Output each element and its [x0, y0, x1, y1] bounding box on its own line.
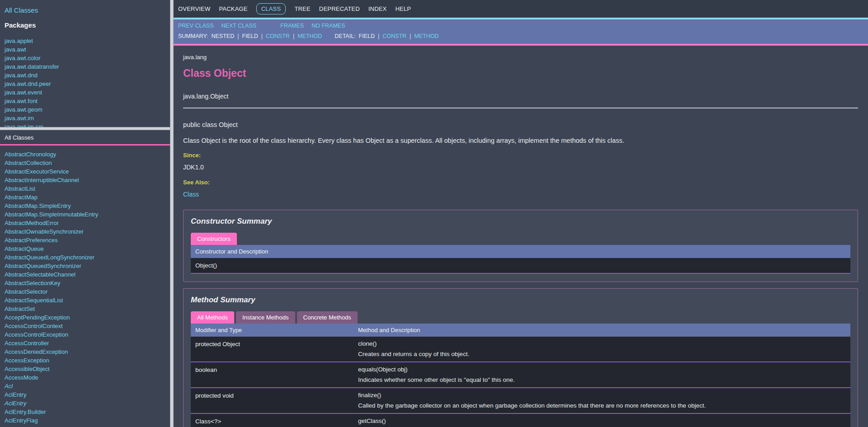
- subnav-frames[interactable]: FRAMES: [280, 23, 304, 29]
- qualified-class-name: java.lang.Object: [183, 93, 858, 100]
- package-link[interactable]: java.awt.event: [5, 89, 42, 96]
- package-link[interactable]: java.applet: [5, 38, 33, 44]
- class-link[interactable]: AccessibleObject: [5, 366, 50, 372]
- package-link[interactable]: java.awt: [5, 46, 26, 53]
- subnav-link-method[interactable]: METHOD: [414, 33, 439, 39]
- frame-divider-horizontal[interactable]: [0, 127, 170, 130]
- subnav-text-field: FIELD: [359, 33, 375, 39]
- tab-instance-methods[interactable]: Instance Methods: [236, 311, 295, 324]
- tab-concrete-methods[interactable]: Concrete Methods: [297, 311, 358, 324]
- class-link[interactable]: AbstractSequentialList: [5, 297, 63, 304]
- class-description: Class Object is the root of the class hi…: [183, 137, 858, 144]
- class-list-item: AbstractQueuedLongSynchronizer: [5, 253, 165, 262]
- class-link[interactable]: AbstractSelectionKey: [5, 280, 61, 286]
- since-label: Since:: [183, 152, 858, 159]
- package-link[interactable]: java.awt.datatransfer: [5, 63, 59, 70]
- member-link[interactable]: Class: [195, 418, 211, 425]
- class-link[interactable]: AcceptPendingException: [5, 314, 70, 321]
- subnav-link-constr[interactable]: CONSTR: [382, 33, 406, 39]
- package-link[interactable]: java.awt.color: [5, 55, 40, 61]
- class-link[interactable]: AccessMode: [5, 374, 38, 381]
- nav-deprecated[interactable]: DEPRECATED: [319, 5, 360, 12]
- nav-help[interactable]: HELP: [395, 5, 411, 12]
- class-link[interactable]: AccessException: [5, 357, 49, 364]
- class-list-item: AbstractSequentialList: [5, 296, 165, 305]
- class-link[interactable]: AccessControlException: [5, 331, 68, 338]
- package-link[interactable]: java.awt.im: [5, 115, 34, 122]
- class-link[interactable]: AbstractQueuedLongSynchronizer: [5, 254, 94, 261]
- package-link[interactable]: java.awt.geom: [5, 106, 42, 113]
- method-signature-cell: equals(Object obj)Indicates whether some…: [358, 366, 846, 383]
- code-text: boolean: [195, 366, 217, 373]
- header-divider: [183, 108, 858, 108]
- subnav-next-class[interactable]: NEXT CLASS: [222, 23, 257, 29]
- nav-overview[interactable]: OVERVIEW: [178, 5, 210, 12]
- all-classes-header: All Classes: [0, 130, 170, 145]
- member-link[interactable]: Object: [378, 366, 396, 373]
- member-link[interactable]: getClass: [358, 418, 382, 424]
- member-link[interactable]: clone: [358, 340, 373, 347]
- class-link[interactable]: AccessControlContext: [5, 323, 63, 329]
- class-link[interactable]: AbstractSelectableChannel: [5, 271, 75, 278]
- class-link[interactable]: AbstractQueuedSynchronizer: [5, 263, 81, 269]
- method-description: Called by the garbage collector on an ob…: [358, 402, 846, 409]
- class-list-item: AbstractChronology: [5, 150, 165, 159]
- see-also-class-link[interactable]: Class: [183, 191, 199, 198]
- member-link[interactable]: Object: [195, 262, 213, 269]
- class-link[interactable]: AccessController: [5, 340, 49, 347]
- class-link[interactable]: Acl: [5, 383, 13, 389]
- package-link[interactable]: java.awt.dnd.peer: [5, 80, 51, 87]
- javadoc-app: All Classes Packages java.appletjava.awt…: [0, 0, 868, 427]
- nav-index[interactable]: INDEX: [368, 5, 387, 12]
- class-link[interactable]: AbstractQueue: [5, 245, 44, 252]
- package-list-item: java.awt.event: [5, 88, 165, 97]
- class-link[interactable]: AbstractSet: [5, 305, 35, 312]
- class-list-item: AccessException: [5, 356, 165, 365]
- page-title: Class Object: [183, 67, 858, 80]
- class-link[interactable]: AccessDeniedException: [5, 348, 68, 355]
- class-link[interactable]: AbstractSelector: [5, 288, 47, 295]
- class-link[interactable]: AclEntry.Builder: [5, 408, 46, 415]
- class-link[interactable]: AbstractList: [5, 185, 35, 192]
- nav-tree[interactable]: TREE: [294, 5, 310, 12]
- subnav-link-method[interactable]: METHOD: [297, 33, 322, 39]
- member-link[interactable]: Object: [222, 341, 240, 347]
- class-list-item: AbstractPreferences: [5, 236, 165, 244]
- class-link[interactable]: AbstractPreferences: [5, 237, 58, 244]
- method-signature-cell: clone()Creates and returns a copy of thi…: [358, 340, 846, 357]
- class-link[interactable]: AbstractMap.SimpleEntry: [5, 202, 71, 209]
- tab-all-methods[interactable]: All Methods: [191, 311, 234, 324]
- constructor-table-header: Constructor and Description: [191, 245, 850, 258]
- member-link[interactable]: equals: [358, 366, 376, 373]
- member-link[interactable]: finalize: [358, 392, 377, 399]
- package-link[interactable]: java.awt.im.spi: [5, 123, 43, 127]
- class-link[interactable]: AclEntry: [5, 400, 26, 407]
- nav-class[interactable]: CLASS: [256, 3, 286, 14]
- subnav-no-frames[interactable]: NO FRAMES: [311, 23, 345, 29]
- column-method-and-description: Method and Description: [358, 327, 420, 333]
- frame-divider-vertical[interactable]: [170, 0, 174, 427]
- nav-package[interactable]: PACKAGE: [219, 5, 247, 12]
- subnav-prev-class[interactable]: PREV CLASS: [178, 23, 214, 29]
- tab-constructors[interactable]: Constructors: [191, 233, 237, 245]
- separator: |: [261, 33, 263, 39]
- all-classes-link[interactable]: All Classes: [5, 6, 165, 14]
- package-list-item: java.awt.dnd.peer: [5, 80, 165, 88]
- summary-group: SUMMARY:NESTED|FIELD|CONSTR|METHOD: [178, 33, 322, 39]
- package-link[interactable]: java.awt.font: [5, 98, 38, 104]
- class-list-item: AccessMode: [5, 373, 165, 382]
- class-link[interactable]: AclEntryFlag: [5, 417, 38, 424]
- class-link[interactable]: AbstractCollection: [5, 160, 52, 166]
- class-link[interactable]: AbstractInterruptibleChannel: [5, 177, 79, 183]
- class-link[interactable]: AbstractExecutorService: [5, 168, 69, 175]
- class-link[interactable]: AbstractOwnableSynchronizer: [5, 228, 84, 235]
- class-link[interactable]: AbstractMap.SimpleImmutableEntry: [5, 211, 98, 218]
- class-list-item: AbstractMap.SimpleImmutableEntry: [5, 210, 165, 219]
- class-list-item: Acl: [5, 382, 165, 390]
- subnav-link-constr[interactable]: CONSTR: [266, 33, 290, 39]
- class-link[interactable]: AclEntry: [5, 391, 26, 398]
- package-link[interactable]: java.awt.dnd: [5, 72, 38, 79]
- class-link[interactable]: AbstractChronology: [5, 151, 56, 158]
- class-link[interactable]: AbstractMethodError: [5, 220, 59, 226]
- class-link[interactable]: AbstractMap: [5, 194, 38, 201]
